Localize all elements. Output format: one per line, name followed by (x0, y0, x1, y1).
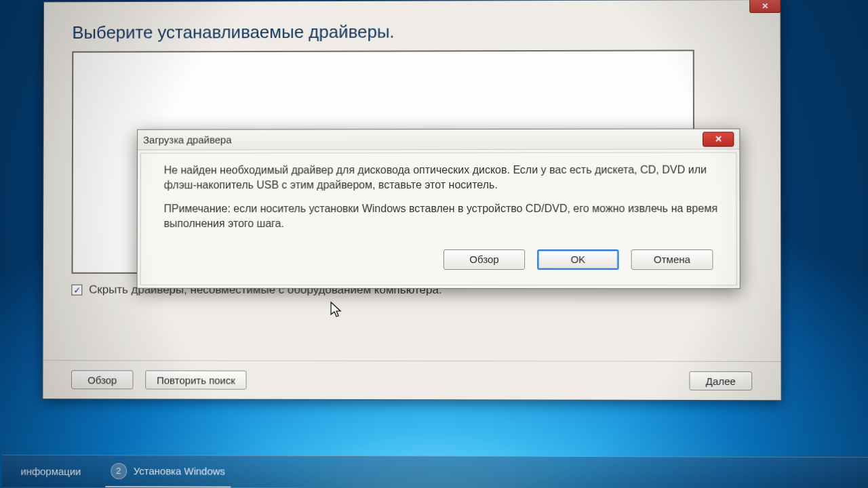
close-icon: ✕ (762, 1, 768, 11)
taskbar-step-1[interactable]: информации (15, 455, 86, 487)
close-icon: ✕ (715, 134, 722, 144)
dialog-body: Не найден необходимый драйвер для дисков… (140, 152, 737, 286)
browse-button[interactable]: Обзор (71, 370, 133, 389)
load-driver-dialog: Загрузка драйвера ✕ Не найден необходимы… (137, 128, 741, 289)
dialog-paragraph-2: ПРимечание: если носитель установки Wind… (164, 201, 720, 230)
dialog-titlebar[interactable]: Загрузка драйвера ✕ (138, 129, 739, 150)
dialog-title: Загрузка драйвера (143, 134, 232, 146)
rescan-button[interactable]: Повторить поиск (145, 370, 247, 389)
dialog-ok-button[interactable]: OK (537, 249, 618, 270)
dialog-browse-button[interactable]: Обзор (443, 249, 525, 270)
page-title: Выберите устанавливаемые драйверы. (72, 20, 751, 43)
setup-taskbar: информации 2 Установка Windows (2, 455, 868, 488)
dialog-button-row: Обзор OK Отмена (163, 240, 719, 279)
next-button[interactable]: Далее (689, 371, 752, 390)
installer-footer: Обзор Повторить поиск Далее (43, 360, 781, 400)
taskbar-step-2[interactable]: 2 Установка Windows (105, 455, 231, 488)
taskbar-step-1-label: информации (20, 466, 81, 477)
dialog-cancel-button[interactable]: Отмена (631, 249, 713, 270)
hide-incompatible-checkbox[interactable]: ✓ (71, 285, 82, 296)
taskbar-step-2-label: Установка Windows (134, 465, 225, 476)
window-close-button[interactable]: ✕ (749, 0, 781, 13)
dialog-paragraph-1: Не найден необходимый драйвер для дисков… (164, 163, 720, 192)
dialog-close-button[interactable]: ✕ (703, 131, 734, 146)
taskbar-step-2-number: 2 (111, 463, 127, 479)
